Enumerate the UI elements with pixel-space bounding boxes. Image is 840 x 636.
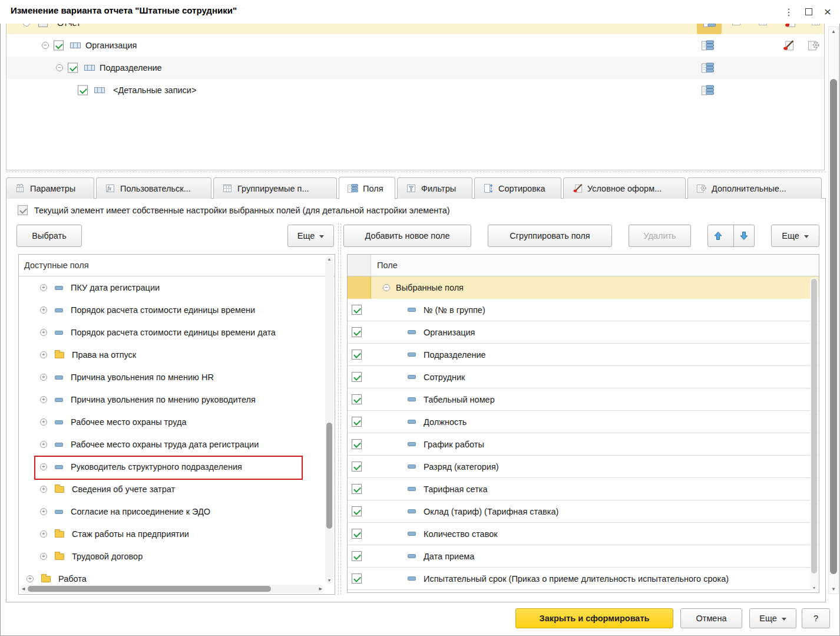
scroll-down-icon[interactable]: ▼	[810, 586, 818, 590]
collapse-icon[interactable]	[383, 284, 390, 291]
field-checkbox[interactable]	[352, 506, 362, 516]
selected-field-row[interactable]: Дата приема	[348, 545, 819, 568]
horizontal-splitter[interactable]	[6, 172, 826, 172]
move-up-button[interactable]	[708, 225, 729, 246]
collapse-icon[interactable]	[23, 24, 30, 27]
close-and-generate-button[interactable]: Закрыть и сформировать	[515, 608, 673, 628]
available-field-row[interactable]: Работа	[19, 568, 325, 585]
expand-plus-icon[interactable]	[40, 329, 47, 336]
tab-sorting[interactable]: Сортировка	[474, 177, 561, 199]
table-icon[interactable]	[803, 24, 825, 34]
window-menu-icon[interactable]: ⋮	[780, 5, 798, 19]
selected-field-row[interactable]: Сотрудник	[348, 366, 819, 388]
available-field-row[interactable]: Стаж работы на предприятии	[19, 523, 325, 545]
tab-conditional-format[interactable]: Условное оформ...	[563, 177, 686, 199]
available-field-row[interactable]: ПКУ дата регистрации	[19, 276, 325, 299]
selected-field-row[interactable]: № (№ в группе)	[348, 299, 819, 321]
scroll-down-icon[interactable]: ▼	[829, 586, 838, 592]
expand-plus-icon[interactable]	[40, 463, 47, 470]
group-fields-button[interactable]: Сгруппировать поля	[488, 225, 612, 247]
vertical-splitter[interactable]	[338, 223, 341, 595]
field-checkbox[interactable]	[352, 417, 362, 427]
selected-fields-icon[interactable]	[702, 85, 714, 96]
expand-plus-icon[interactable]	[40, 530, 47, 538]
available-field-row[interactable]: Трудовой договор	[19, 545, 325, 568]
expand-plus-icon[interactable]	[40, 396, 47, 403]
expand-plus-icon[interactable]	[40, 307, 47, 314]
selected-field-row[interactable]: Разряд (категория)	[348, 456, 819, 478]
own-settings-checkbox[interactable]	[18, 205, 28, 215]
tree-row-report[interactable]: Отчет	[6, 24, 824, 34]
expand-plus-icon[interactable]	[40, 374, 47, 381]
field-checkbox[interactable]	[352, 462, 362, 472]
expand-plus-icon[interactable]	[40, 441, 47, 448]
conditional-format-icon[interactable]	[777, 24, 802, 34]
tab-grouped-fields[interactable]: Группируемые п...	[213, 177, 337, 199]
scrollbar-thumb[interactable]	[28, 586, 271, 592]
collapse-icon[interactable]	[42, 42, 49, 49]
cancel-button[interactable]: Отмена	[680, 608, 742, 628]
tree-row-department[interactable]: Подразделение	[6, 57, 824, 79]
field-checkbox[interactable]	[352, 350, 362, 360]
available-field-row[interactable]: Руководитель структурного подразделения	[19, 456, 325, 478]
available-field-row[interactable]: Рабочее место охраны труда дата регистра…	[19, 433, 325, 456]
available-fields-vscrollbar[interactable]: ▲ ▼	[325, 256, 333, 584]
more-button-left[interactable]: Еще	[287, 225, 334, 247]
expand-plus-icon[interactable]	[27, 575, 34, 582]
add-icon[interactable]	[724, 24, 749, 34]
scrollbar-thumb[interactable]	[830, 79, 837, 574]
available-field-row[interactable]: Рабочее место охраны труда	[19, 411, 325, 433]
expand-plus-icon[interactable]	[40, 351, 47, 358]
field-checkbox[interactable]	[352, 394, 362, 404]
tab-user-settings[interactable]: Пользовательск...	[96, 177, 211, 199]
available-fields-hscrollbar[interactable]: ◀ ▶	[20, 585, 324, 593]
available-field-row[interactable]: Причина увольнения по мнению руководител…	[19, 388, 325, 411]
available-field-row[interactable]: Причина увольнения по мнению HR	[19, 366, 325, 388]
selected-field-row[interactable]: Испытательный срок (Приказ о приеме длит…	[348, 568, 819, 590]
expand-plus-icon[interactable]	[40, 486, 47, 493]
help-button[interactable]: ?	[802, 608, 830, 628]
expand-plus-icon[interactable]	[40, 508, 47, 515]
field-checkbox[interactable]	[352, 372, 362, 382]
selected-fields-icon[interactable]	[702, 40, 714, 51]
tab-parameters[interactable]: Параметры	[6, 177, 94, 199]
scroll-up-icon[interactable]: ▲	[325, 257, 333, 261]
selected-field-row[interactable]: График работы	[348, 433, 819, 456]
scroll-up-icon[interactable]: ▲	[829, 29, 838, 34]
scrollbar-thumb[interactable]	[811, 279, 817, 574]
selected-fields-vscrollbar[interactable]: ▼	[810, 278, 818, 591]
row-checkbox[interactable]	[54, 41, 64, 51]
more-button-right[interactable]: Еще	[771, 225, 819, 247]
expand-plus-icon[interactable]	[40, 284, 47, 291]
selected-field-row[interactable]: Табельный номер	[348, 388, 819, 411]
add-new-field-button[interactable]: Добавить новое поле	[343, 225, 471, 247]
field-checkbox[interactable]	[352, 484, 362, 494]
scrollbar-thumb[interactable]	[326, 423, 332, 529]
close-icon[interactable]: ×	[819, 5, 836, 19]
available-field-row[interactable]: Порядок расчета стоимости единицы времен…	[19, 321, 325, 344]
expand-plus-icon[interactable]	[40, 553, 47, 560]
selected-fields-icon[interactable]	[697, 24, 722, 34]
available-field-row[interactable]: Порядок расчета стоимости единицы времен…	[19, 299, 325, 321]
field-checkbox[interactable]	[352, 529, 362, 539]
scroll-left-icon[interactable]: ◀	[22, 586, 25, 591]
selected-fields-group-row[interactable]: Выбранные поля	[348, 276, 819, 299]
window-scrollbar[interactable]: ▲ ▼	[828, 27, 839, 594]
more-button-footer[interactable]: Еще	[749, 608, 796, 628]
field-checkbox[interactable]	[352, 327, 362, 337]
field-checkbox[interactable]	[352, 551, 362, 561]
tab-filters[interactable]: Фильтры	[397, 177, 472, 199]
selected-field-row[interactable]: Организация	[348, 321, 819, 344]
field-checkbox[interactable]	[352, 439, 362, 449]
move-down-button[interactable]	[733, 225, 754, 246]
selected-fields-icon[interactable]	[702, 62, 714, 74]
row-checkbox[interactable]	[68, 63, 78, 73]
settings-gear-icon[interactable]	[808, 40, 820, 51]
row-checkbox[interactable]	[78, 85, 88, 95]
delete-button[interactable]: Удалить	[629, 225, 691, 247]
available-field-row[interactable]: Права на отпуск	[19, 344, 325, 366]
selected-field-row[interactable]: Тарифная сетка	[348, 478, 819, 500]
available-field-row[interactable]: Сведения об учете затрат	[19, 478, 325, 500]
select-button[interactable]: Выбрать	[16, 225, 82, 247]
tree-row-organization[interactable]: Организация	[6, 34, 824, 57]
